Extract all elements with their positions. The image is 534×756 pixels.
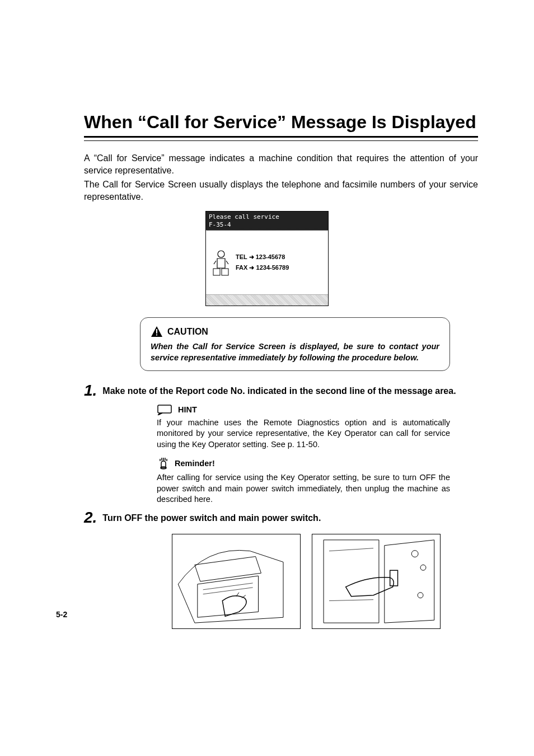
svg-rect-1 xyxy=(213,269,220,275)
svg-rect-2 xyxy=(222,269,228,275)
tel-value: 123-45678 xyxy=(256,253,285,260)
fax-value: 1234-56789 xyxy=(256,264,289,271)
step-2: 2. Turn OFF the power switch and main po… xyxy=(84,512,478,525)
step-2-text: Turn OFF the power switch and main power… xyxy=(102,512,478,524)
reminder-block: Reminder! After calling for service usin… xyxy=(157,457,450,505)
hint-text: If your machine uses the Remote Diagnost… xyxy=(157,417,450,450)
service-screen-code: F-35-4 xyxy=(209,221,325,228)
intro-paragraph-2: The Call for Service Screen usually disp… xyxy=(84,179,478,203)
service-screen-body: TEL ➜ 123-45678 FAX ➜ 1234-56789 xyxy=(206,231,328,295)
service-screen-header: Please call service F-35-4 xyxy=(206,212,328,230)
svg-point-8 xyxy=(411,551,418,557)
svg-point-9 xyxy=(420,565,426,570)
hint-block: HINT If your machine uses the Remote Dia… xyxy=(157,404,450,450)
power-switch-illustration-1 xyxy=(172,534,301,629)
step-1-text: Make note of the Report code No. indicat… xyxy=(102,385,478,397)
illustration-row xyxy=(134,534,478,629)
caution-callout: CAUTION When the Call for Service Screen… xyxy=(140,317,450,370)
service-screen-illustration: Please call service F-35-4 TEL ➜ 123-456… xyxy=(205,211,329,306)
svg-rect-4 xyxy=(156,335,157,336)
page-number: 5-2 xyxy=(56,610,67,619)
title-rule-thin xyxy=(84,140,478,141)
intro-paragraph-1: A “Call for Service” message indicates a… xyxy=(84,152,478,176)
step-1-number: 1. xyxy=(84,383,97,398)
service-person-icon xyxy=(212,248,231,276)
reminder-icon xyxy=(157,457,170,470)
caution-icon xyxy=(151,326,163,338)
reminder-label: Reminder! xyxy=(175,459,215,468)
step-1: 1. Make note of the Report code No. indi… xyxy=(84,385,478,398)
service-screen-message: Please call service xyxy=(209,213,325,220)
title-rule-thick xyxy=(84,136,478,138)
step-2-number: 2. xyxy=(84,510,97,525)
hint-icon xyxy=(157,404,174,415)
page-title: When “Call for Service” Message Is Displ… xyxy=(84,112,478,133)
svg-rect-3 xyxy=(156,329,157,334)
fax-label: FAX xyxy=(236,264,247,271)
service-screen-footer-bar xyxy=(206,294,328,306)
svg-point-10 xyxy=(418,593,423,598)
tel-label: TEL xyxy=(236,253,247,260)
reminder-text: After calling for service using the Key … xyxy=(157,472,450,505)
svg-point-0 xyxy=(218,251,224,257)
service-screen-contacts: TEL ➜ 123-45678 FAX ➜ 1234-56789 xyxy=(236,250,289,275)
caution-text: When the Call for Service Screen is disp… xyxy=(151,341,439,363)
svg-rect-5 xyxy=(158,405,171,413)
power-switch-illustration-2 xyxy=(312,534,441,629)
hint-label: HINT xyxy=(178,405,197,414)
caution-label: CAUTION xyxy=(167,327,208,337)
